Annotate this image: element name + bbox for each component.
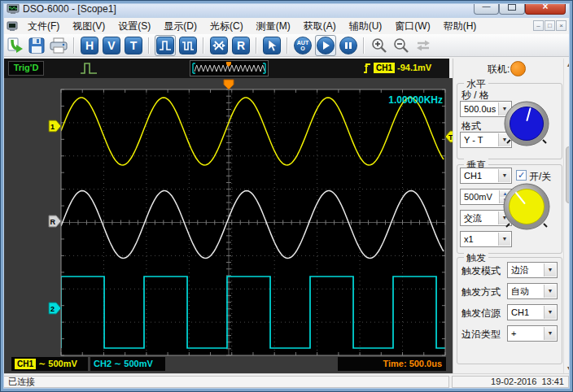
- app-window: DSO-6000 - [Scope1] — × 文件(F) 视图(V) 设置(S…: [0, 0, 573, 392]
- chevron-down-icon: ▼: [544, 285, 556, 298]
- maximize-icon: [508, 3, 516, 11]
- pause-button[interactable]: [339, 36, 358, 55]
- menu-cursor[interactable]: 光标(C): [203, 19, 250, 34]
- autoset-button[interactable]: [209, 36, 229, 55]
- scroll-down-icon[interactable]: ▼: [565, 362, 573, 374]
- zoom-out-icon: [392, 37, 410, 54]
- menu-file[interactable]: 文件(F): [21, 19, 66, 34]
- toolbar-separator: [148, 37, 150, 54]
- trigger-sweep-label: 触发方式: [461, 286, 501, 298]
- horizontal-position-knob[interactable]: [496, 94, 557, 154]
- mdi-window-controls: – □ ×: [533, 20, 566, 31]
- link-label: 联机:: [488, 63, 510, 75]
- pulse-invert-icon: [181, 38, 195, 53]
- connection-status: 已连接: [3, 376, 449, 388]
- trigger-mode-select[interactable]: 边沿▼: [507, 262, 558, 278]
- trigger-level-marker[interactable]: T: [445, 131, 453, 142]
- maximize-button[interactable]: [499, 0, 525, 15]
- format-label: 格式: [461, 120, 481, 132]
- zoom-in-button[interactable]: [370, 36, 389, 55]
- trigger-source-label: 触发信源: [461, 307, 501, 319]
- trigger-sweep-select[interactable]: 自动▼: [507, 283, 558, 299]
- window-title: DSO-6000 - [Scope1]: [23, 3, 116, 15]
- connect-icon: [6, 37, 24, 54]
- menu-window[interactable]: 窗口(W): [388, 19, 436, 34]
- waveform-preview[interactable]: [190, 60, 269, 76]
- toolbar-separator: [73, 37, 75, 54]
- chevron-down-icon: ▼: [544, 306, 556, 319]
- preview-left-bracket[interactable]: [193, 63, 195, 73]
- toolbar: H V T: [0, 34, 573, 57]
- panel-scrollbar[interactable]: ▲ ▼: [563, 59, 573, 374]
- frequency-readout: 1.00000KHz: [358, 94, 443, 106]
- edge-type-label: 边沿类型: [461, 329, 501, 340]
- close-button[interactable]: ×: [525, 0, 566, 15]
- svg-text:2: 2: [50, 305, 55, 313]
- save-button[interactable]: [27, 36, 46, 55]
- run-button[interactable]: [315, 35, 336, 56]
- mdi-minimize-button[interactable]: –: [533, 20, 544, 31]
- scope-display: 1 R 2 T: [3, 78, 453, 374]
- chevron-down-icon: ▼: [544, 327, 556, 340]
- timebase-readout: Time: 500.0us: [338, 357, 446, 371]
- trigger-channel-badge: CH1: [374, 63, 395, 73]
- vertical-position-knob[interactable]: [496, 176, 557, 237]
- horizontal-panel-button[interactable]: H: [80, 36, 99, 55]
- ch2-position-marker[interactable]: 2: [49, 303, 61, 314]
- auto-trigger-button[interactable]: AUTO: [293, 36, 313, 55]
- datetime-status: 19-02-2016 13:41: [452, 376, 569, 388]
- scrollbar-thumb[interactable]: [566, 146, 572, 203]
- ch2-scale-readout: CH2 ∼ 500mV: [90, 357, 165, 371]
- print-button[interactable]: [49, 36, 68, 55]
- mdi-child-icon: [7, 20, 18, 32]
- menu-help[interactable]: 帮助(H): [437, 19, 483, 34]
- refresh-icon: [414, 37, 432, 54]
- sec-per-div-label: 秒 / 格: [461, 89, 489, 101]
- ch1-position-marker[interactable]: 1: [49, 120, 61, 132]
- trigger-level-value: -94.1mV: [397, 63, 431, 72]
- refresh-button[interactable]: [413, 36, 433, 55]
- menu-settings[interactable]: 设置(S): [112, 19, 157, 34]
- edge-trigger-icon: [362, 62, 372, 75]
- pulse-icon: [158, 38, 173, 53]
- trigger-source-select[interactable]: CH1▼: [507, 304, 558, 320]
- toolbar-separator: [286, 37, 288, 54]
- print-icon: [49, 37, 68, 54]
- trigger-status-badge: Trig'D: [8, 61, 44, 76]
- scope-graticule-svg: 1 R 2 T: [3, 78, 453, 374]
- toolbar-separator: [363, 37, 365, 54]
- menu-acquire[interactable]: 获取(A): [297, 19, 343, 34]
- menu-utility[interactable]: 辅助(U): [343, 19, 389, 34]
- link-status-indicator: [510, 61, 526, 76]
- edge-type-select[interactable]: +▼: [507, 325, 558, 342]
- vertical-panel-button[interactable]: V: [102, 36, 121, 55]
- autoset-icon: [212, 38, 226, 53]
- cursor-icon: [265, 38, 279, 53]
- pause-icon: [343, 41, 353, 50]
- menu-view[interactable]: 视图(V): [66, 19, 112, 34]
- ref-position-marker[interactable]: R: [49, 216, 61, 227]
- menu-measure[interactable]: 测量(M): [250, 19, 297, 34]
- status-bar: 已连接 19-02-2016 13:41: [0, 373, 573, 390]
- connect-button[interactable]: [5, 36, 24, 55]
- mdi-close-button[interactable]: ×: [556, 20, 566, 31]
- menu-display[interactable]: 显示(D): [157, 19, 203, 34]
- trigger-panel-button[interactable]: T: [124, 36, 143, 55]
- control-panel: 联机: 水平 秒 / 格 500.0us▼ 格式 Y - T▼ 垂直: [453, 59, 573, 374]
- trigger-group-title: 触发: [464, 251, 488, 265]
- cursor-tool-button[interactable]: [262, 36, 282, 55]
- mdi-restore-button[interactable]: □: [545, 20, 555, 31]
- minimize-button[interactable]: —: [474, 0, 499, 15]
- pulse-indicator-icon: [79, 61, 98, 76]
- svg-text:1: 1: [50, 123, 55, 131]
- record-button[interactable]: R: [231, 36, 251, 55]
- toolbar-separator: [203, 37, 204, 54]
- pulse-normal-button[interactable]: [155, 35, 176, 56]
- play-icon: [321, 41, 330, 50]
- zoom-out-button[interactable]: [391, 36, 411, 55]
- trigger-position-marker[interactable]: [224, 80, 234, 89]
- title-bar[interactable]: DSO-6000 - [Scope1] — ×: [0, 0, 573, 18]
- pulse-invert-button[interactable]: [178, 36, 198, 55]
- svg-text:R: R: [50, 218, 56, 226]
- scroll-up-icon[interactable]: ▲: [565, 59, 573, 71]
